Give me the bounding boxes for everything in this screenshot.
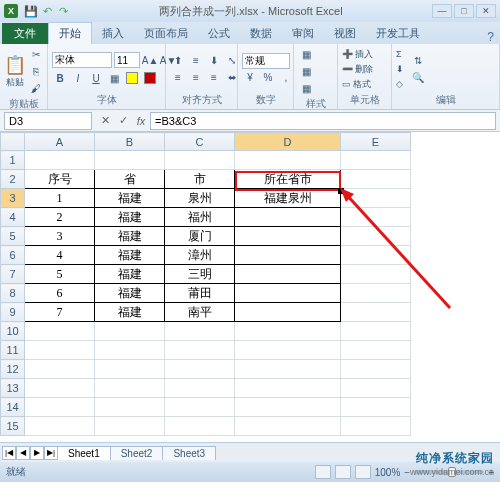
ribbon-help-icon[interactable]: ?	[487, 30, 494, 44]
cell[interactable]: 序号	[25, 170, 95, 189]
cell-d3[interactable]: 福建泉州	[235, 189, 341, 208]
sheet-nav-next[interactable]: ▶	[30, 446, 44, 460]
cell[interactable]	[341, 208, 411, 227]
name-box[interactable]: D3	[4, 112, 92, 130]
align-middle-button[interactable]: ≡	[188, 53, 204, 69]
comma-button[interactable]: ,	[278, 70, 294, 86]
delete-cells-button[interactable]: ➖删除	[342, 62, 373, 76]
underline-button[interactable]: U	[88, 70, 104, 86]
row-header[interactable]: 11	[1, 341, 25, 360]
cell[interactable]	[235, 417, 341, 436]
cell[interactable]	[25, 360, 95, 379]
cell[interactable]	[95, 151, 165, 170]
cell[interactable]	[25, 417, 95, 436]
cell[interactable]	[341, 417, 411, 436]
cell[interactable]: 7	[25, 303, 95, 322]
find-select-button[interactable]: 🔍	[410, 70, 426, 86]
cell[interactable]	[25, 379, 95, 398]
align-bottom-button[interactable]: ⬇	[206, 53, 222, 69]
cell[interactable]: 福州	[165, 208, 235, 227]
format-cells-button[interactable]: ▭格式	[342, 77, 373, 91]
cell[interactable]	[25, 341, 95, 360]
percent-button[interactable]: %	[260, 70, 276, 86]
cell[interactable]	[341, 398, 411, 417]
font-color-button[interactable]	[142, 70, 158, 86]
fx-icon[interactable]: fx	[132, 112, 150, 130]
cell[interactable]: 福建	[95, 303, 165, 322]
cell[interactable]	[235, 398, 341, 417]
cell[interactable]: 南平	[165, 303, 235, 322]
cell[interactable]	[95, 417, 165, 436]
cell[interactable]	[341, 303, 411, 322]
font-size-select[interactable]: 11	[114, 52, 140, 68]
window-maximize[interactable]: □	[454, 4, 474, 18]
qat-undo[interactable]: ↶	[40, 4, 54, 18]
cell[interactable]	[95, 379, 165, 398]
qat-save[interactable]: 💾	[24, 4, 38, 18]
insert-cells-button[interactable]: ➕插入	[342, 47, 373, 61]
col-header-b[interactable]: B	[95, 133, 165, 151]
row-header[interactable]: 13	[1, 379, 25, 398]
sheet-nav-prev[interactable]: ◀	[16, 446, 30, 460]
window-close[interactable]: ✕	[476, 4, 496, 18]
formula-input[interactable]: =B3&C3	[150, 112, 496, 130]
cell[interactable]	[165, 379, 235, 398]
row-header[interactable]: 15	[1, 417, 25, 436]
italic-button[interactable]: I	[70, 70, 86, 86]
table-format-button[interactable]: ▦	[298, 63, 314, 79]
cell[interactable]: 5	[25, 265, 95, 284]
select-all-corner[interactable]	[1, 133, 25, 151]
paste-button[interactable]: 📋 粘贴	[4, 46, 26, 96]
formulas-tab[interactable]: 公式	[198, 23, 240, 44]
cell[interactable]	[25, 151, 95, 170]
cell[interactable]	[165, 398, 235, 417]
cell[interactable]	[235, 322, 341, 341]
align-center-button[interactable]: ≡	[188, 70, 204, 86]
row-header[interactable]: 8	[1, 284, 25, 303]
qat-redo[interactable]: ↷	[56, 4, 70, 18]
cell[interactable]	[341, 360, 411, 379]
border-button[interactable]: ▦	[106, 70, 122, 86]
row-header[interactable]: 10	[1, 322, 25, 341]
col-header-a[interactable]: A	[25, 133, 95, 151]
row-header[interactable]: 6	[1, 246, 25, 265]
cell[interactable]: 6	[25, 284, 95, 303]
row-header[interactable]: 12	[1, 360, 25, 379]
align-right-button[interactable]: ≡	[206, 70, 222, 86]
row-header[interactable]: 3	[1, 189, 25, 208]
file-tab[interactable]: 文件	[2, 23, 48, 44]
cell[interactable]: 2	[25, 208, 95, 227]
row-header[interactable]: 1	[1, 151, 25, 170]
cell[interactable]	[165, 360, 235, 379]
font-name-select[interactable]: 宋体	[52, 52, 112, 68]
conditional-format-button[interactable]: ▦	[298, 46, 314, 62]
cell[interactable]	[235, 246, 341, 265]
cell[interactable]: 福建	[95, 227, 165, 246]
cell[interactable]	[235, 341, 341, 360]
page-layout-tab[interactable]: 页面布局	[134, 23, 198, 44]
row-header[interactable]: 7	[1, 265, 25, 284]
row-header[interactable]: 9	[1, 303, 25, 322]
view-tab[interactable]: 视图	[324, 23, 366, 44]
align-left-button[interactable]: ≡	[170, 70, 186, 86]
cell[interactable]	[165, 417, 235, 436]
enter-formula-icon[interactable]: ✓	[114, 112, 132, 130]
cell[interactable]	[95, 322, 165, 341]
window-minimize[interactable]: —	[432, 4, 452, 18]
cell[interactable]	[235, 227, 341, 246]
cell[interactable]	[235, 151, 341, 170]
cut-button[interactable]: ✂	[28, 46, 44, 62]
cell[interactable]	[165, 341, 235, 360]
cell-styles-button[interactable]: ▦	[298, 80, 314, 96]
sheet-nav-first[interactable]: |◀	[2, 446, 16, 460]
cell[interactable]	[235, 379, 341, 398]
cell[interactable]: 泉州	[165, 189, 235, 208]
cell[interactable]: 漳州	[165, 246, 235, 265]
col-header-c[interactable]: C	[165, 133, 235, 151]
fill-button[interactable]: ⬇	[396, 62, 404, 76]
cell[interactable]	[341, 284, 411, 303]
row-header[interactable]: 5	[1, 227, 25, 246]
cell[interactable]: 3	[25, 227, 95, 246]
cell[interactable]	[165, 151, 235, 170]
cell[interactable]	[95, 398, 165, 417]
